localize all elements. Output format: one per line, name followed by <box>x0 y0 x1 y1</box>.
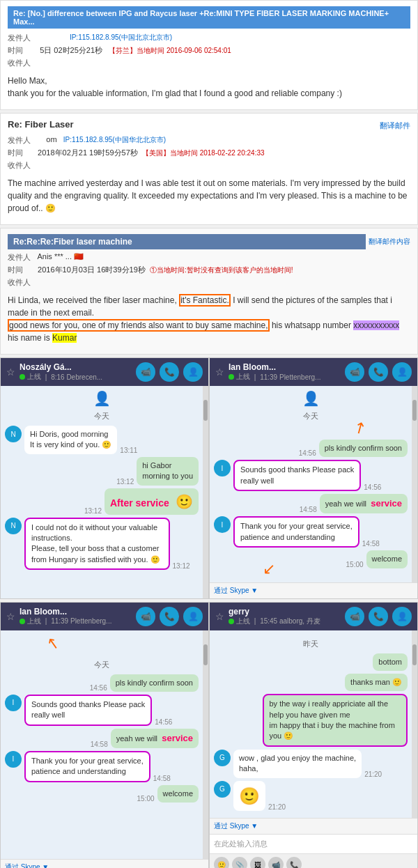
msg-bubble-service2: yeah we will service <box>111 729 199 748</box>
msg-bubble: pls kindly confirm soon <box>319 440 408 457</box>
skype-footer-gerry[interactable]: 通过 Skype ▼ <box>210 818 417 834</box>
msg-time: 13:12 <box>84 507 102 515</box>
email-3-recipient-row: 收件人 <box>8 277 410 288</box>
email-2-recipient-row: 收件人 <box>8 160 410 171</box>
msg-bubble-pack: Sounds good thanks Please packreally wel… <box>233 460 361 491</box>
time-send: 5日 02时25分21秒 <box>40 46 102 54</box>
emoji-btn[interactable]: 🙂 <box>214 857 229 868</box>
add-btn-ian[interactable]: 👤 <box>392 362 412 382</box>
date-divider-gerry: 昨天 <box>214 639 408 649</box>
msg-time: 14:56 <box>155 718 172 726</box>
scrollbar-thumb-gerry[interactable] <box>412 644 417 665</box>
translate-link[interactable]: 翻译邮件 <box>380 121 410 131</box>
time-label: 时间 <box>8 45 36 56</box>
msg-time: 13:11 <box>120 447 137 454</box>
msg-bubble-welcome: welcome <box>366 550 408 568</box>
add-btn-noszaly[interactable]: 👤 <box>183 362 203 382</box>
chat-row-2: ☆ Ian Bloom... 上线 | 11:39 Plettenberg...… <box>0 602 418 868</box>
online-dot-gerry <box>229 619 234 624</box>
msg-bubble-thankyou: Thank you for your great service,patienc… <box>233 516 359 548</box>
arrow-area2: ↙ <box>214 571 408 578</box>
email-2-body: The machine arrived yesterday and I was … <box>8 173 410 219</box>
msg-time: 14:58 <box>91 741 108 748</box>
scrollbar-thumb-ian[interactable] <box>412 400 417 421</box>
msg-row: 14:56 pls kindly confirm soon <box>214 440 408 457</box>
msg-time: 13:12 <box>173 562 190 570</box>
add-btn-gerry[interactable]: 👤 <box>392 607 412 626</box>
video-btn-gerry[interactable]: 📹 <box>345 607 364 626</box>
email-2-section: Re: Fiber Laser 翻译邮件 发件人 om IP:115.182.8… <box>0 113 418 225</box>
msg-row-after-service: 13:12 After service 🙂 <box>5 488 199 515</box>
scrollbar-gerry[interactable] <box>412 630 417 819</box>
image-btn[interactable]: 🖼 <box>250 857 265 868</box>
msg-row: I Sounds good thanks Please packreally w… <box>214 460 408 491</box>
chat-name-noszaly: Noszály Gá... <box>20 362 132 372</box>
msg-time: 15:00 <box>137 795 155 803</box>
email-3-body: Hi Linda, we received the fiber laser ma… <box>8 290 410 348</box>
msg-time: 15:00 <box>346 561 364 568</box>
body-text-2: The machine arrived yesterday and I was … <box>8 177 410 215</box>
time-note: 【芬兰】当地时间 2016-09-06 02:54:01 <box>109 47 231 54</box>
online-status-ian2: 上线 | 11:39 Plettenberg... <box>20 617 132 626</box>
phone-btn-gerry[interactable]: 📞 <box>369 607 388 626</box>
skype-footer-ian[interactable]: 通过 Skype ▼ <box>210 582 417 598</box>
chat-input-gerry[interactable]: 在此处输入消息 <box>210 834 417 853</box>
translate-link-3[interactable]: 翻译邮件内容 <box>369 237 410 247</box>
sender-label-2: 发件人 <box>8 135 36 146</box>
scrollbar-ian[interactable] <box>412 386 417 582</box>
chat-header-ian2: ☆ Ian Bloom... 上线 | 11:39 Plettenberg...… <box>1 603 208 630</box>
add-btn-ian2[interactable]: 👤 <box>183 607 203 626</box>
scrollbar[interactable] <box>203 386 208 598</box>
msg-row: 14:58 yeah we will service <box>5 729 199 748</box>
chat-panel-ian: ☆ Ian Bloom... 上线 | 11:39 Plettenberg...… <box>209 357 418 599</box>
msg-bubble-service: yeah we will service <box>320 494 408 513</box>
video-btn-noszaly[interactable]: 📹 <box>136 362 155 382</box>
phone-small-btn[interactable]: 📞 <box>286 857 302 868</box>
online-status-gerry: 上线 | 15:45 aalborg, 丹麦 <box>229 617 341 626</box>
chat-panel-gerry: ☆ gerry 上线 | 15:45 aalborg, 丹麦 📹 📞 👤 昨天 <box>209 602 418 868</box>
greeting: Hello Max, <box>8 75 410 87</box>
msg-bubble-thanks: thanks man 🙂 <box>345 674 408 691</box>
msg-time: 14:58 <box>153 775 171 782</box>
recipient-label: 收件人 <box>8 58 36 68</box>
email-1-subject: Re: [No.] difference between IPG and Ray… <box>8 6 410 29</box>
attach-btn[interactable]: 📎 <box>232 857 247 868</box>
sender-ip-2: IP:115.182.8.95(中国华北北京市) <box>63 136 166 144</box>
online-dot <box>20 374 25 380</box>
video-btn-ian[interactable]: 📹 <box>345 362 364 382</box>
avatar-placeholder-ian: 👤 <box>214 390 408 407</box>
chat-body-ian2: ↖ 今天 14:56 pls kindly confirm soon I Sou… <box>1 630 203 860</box>
video-small-btn[interactable]: 📹 <box>268 857 284 868</box>
highlight-friend: good news for you, one of my friends als… <box>8 319 270 332</box>
avatar-ian2: I <box>214 516 231 533</box>
phone-btn-noszaly[interactable]: 📞 <box>160 362 179 382</box>
msg-bubble: pls kindly confirm soon <box>110 674 199 692</box>
msg-row: N Hi Doris, good morningIt is very kind … <box>5 426 199 454</box>
chat-body-gerry: 昨天 bottom thanks man 🙂 by the way i real… <box>210 630 412 819</box>
skype-footer-ian2[interactable]: 通过 Skype ▼ <box>1 859 208 868</box>
recipient-value <box>36 58 410 66</box>
email-1-recipient-row: 收件人 <box>8 58 410 68</box>
arrow-area: ↗ <box>214 426 408 440</box>
sender-label: 发件人 <box>8 33 36 43</box>
after-service-label: After service <box>110 497 169 509</box>
msg-row: I Thank you for your great service,patie… <box>5 751 199 782</box>
phone-btn-ian[interactable]: 📞 <box>369 362 388 382</box>
chat-name-ian: Ian Bloom... <box>229 362 341 372</box>
email-1-sender-row: 发件人 IP:115.182.8.95(中国北京北京市) <box>8 33 410 43</box>
msg-bubble-emoji-large: 🙂 <box>233 781 265 812</box>
msg-bubble-after-service: After service 🙂 <box>104 488 199 515</box>
highlight-fantastic: it's Fantastic. <box>179 294 231 307</box>
date-divider-noszaly: 今天 <box>5 411 199 421</box>
phone-btn-ian2[interactable]: 📞 <box>160 607 179 626</box>
scrollbar-ian2[interactable] <box>203 630 208 860</box>
scrollbar-thumb[interactable] <box>203 400 208 421</box>
msg-bubble-welcome2: welcome <box>157 785 199 803</box>
chat-name-gerry: gerry <box>229 607 341 617</box>
sender-value-2: om IP:115.182.8.95(中国华北北京市) <box>36 135 410 145</box>
msg-row: 13:12 hi Gabormorning to you <box>5 457 199 486</box>
scrollbar-thumb-ian2[interactable] <box>203 644 208 665</box>
avatar: N <box>5 518 22 534</box>
time-label-2: 时间 <box>8 148 36 158</box>
video-btn-ian2[interactable]: 📹 <box>136 607 155 626</box>
